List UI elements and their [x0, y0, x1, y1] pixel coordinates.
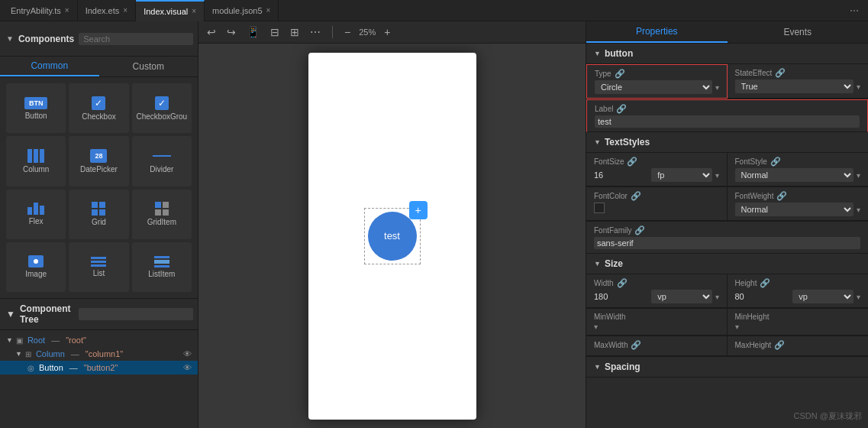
tree-item-button[interactable]: ◎ Button — "button2" 👁: [0, 361, 198, 374]
link-icon[interactable]: 🔗: [634, 225, 645, 235]
font-style-select[interactable]: Normal: [735, 168, 854, 182]
forward-icon[interactable]: ↪: [224, 24, 238, 40]
min-height-label: MinHeight: [735, 313, 770, 321]
width-label: Width: [594, 279, 614, 287]
close-icon[interactable]: ×: [266, 6, 271, 15]
tab-entry-ability[interactable]: EntryAbility.ts ×: [3, 0, 78, 21]
tab-custom[interactable]: Custom: [99, 57, 198, 76]
close-icon[interactable]: ×: [65, 6, 69, 15]
close-icon[interactable]: ×: [123, 6, 127, 15]
component-label: Checkbox: [82, 112, 115, 121]
tree-collapse-icon[interactable]: ▼: [6, 309, 15, 319]
component-grid[interactable]: Grid: [69, 190, 128, 239]
collapse-icon[interactable]: ▼: [594, 363, 601, 371]
zoom-in-icon[interactable]: +: [382, 24, 392, 40]
listitem-icon: [154, 256, 169, 268]
devices-icon[interactable]: 📱: [244, 24, 262, 40]
more-icon[interactable]: ⋯: [308, 24, 323, 40]
expand-icon: ▼: [15, 350, 22, 358]
tree-value: "button2": [84, 363, 118, 372]
link-icon[interactable]: 🔗: [774, 340, 785, 350]
component-flex[interactable]: Flex: [6, 190, 66, 239]
zoom-level: 25%: [359, 28, 376, 37]
tree-search-input[interactable]: [79, 308, 193, 320]
add-component-button[interactable]: +: [409, 201, 428, 219]
font-weight-select[interactable]: Normal: [735, 203, 854, 216]
visibility-icon[interactable]: 👁: [183, 349, 192, 358]
layout-icon[interactable]: ⊟: [268, 24, 282, 40]
link-icon[interactable]: 🔗: [760, 278, 770, 288]
back-icon[interactable]: ↩: [205, 24, 218, 40]
height-input[interactable]: [735, 292, 790, 301]
font-style-label: FontStyle: [735, 157, 767, 166]
link-icon[interactable]: 🔗: [776, 191, 787, 201]
component-griditem[interactable]: GridItem: [132, 190, 192, 239]
collapse-icon[interactable]: ▼: [594, 260, 601, 268]
zoom-out-icon[interactable]: −: [342, 24, 353, 40]
button-section-header: ▼ button: [586, 44, 868, 64]
width-unit-select[interactable]: vp: [651, 290, 712, 303]
section-title: button: [605, 48, 633, 59]
tree-items: ▼ ▣ Root — "root" ▼ ⊞ Column — "column1"…: [0, 330, 198, 378]
circle-button[interactable]: test: [368, 212, 417, 261]
button-component-wrapper[interactable]: + test: [364, 208, 421, 264]
visibility-icon[interactable]: 👁: [183, 363, 192, 372]
component-checkboxgroup[interactable]: ✓ CheckboxGrou: [132, 83, 192, 133]
tab-index-visual[interactable]: Index.visual ×: [136, 0, 205, 21]
label-input[interactable]: [595, 115, 860, 128]
font-size-unit-select[interactable]: fp: [651, 168, 712, 182]
component-list[interactable]: List: [69, 242, 128, 292]
tree-label: Root: [27, 336, 45, 345]
more-tabs-button[interactable]: ⋯: [844, 5, 865, 16]
component-column[interactable]: Column: [6, 136, 66, 186]
link-icon[interactable]: 🔗: [770, 157, 781, 167]
tree-item-column[interactable]: ▼ ⊞ Column — "column1" 👁: [0, 347, 198, 361]
tree-header: ▼ Component Tree: [0, 299, 198, 330]
link-icon[interactable]: 🔗: [775, 68, 786, 78]
tab-common[interactable]: Common: [0, 57, 99, 76]
tab-module-json[interactable]: module.json5 ×: [205, 0, 279, 21]
state-effect-select[interactable]: True: [735, 79, 854, 93]
components-search-input[interactable]: [79, 33, 193, 45]
tab-properties[interactable]: Properties: [586, 21, 728, 43]
component-divider[interactable]: Divider: [132, 136, 192, 186]
link-icon[interactable]: 🔗: [631, 340, 641, 350]
collapse-icon[interactable]: ▼: [594, 138, 601, 146]
type-select[interactable]: Circle: [595, 80, 712, 94]
color-swatch[interactable]: [594, 203, 605, 213]
component-image[interactable]: Image: [6, 242, 66, 292]
tab-events[interactable]: Events: [728, 21, 869, 43]
chevron-icon: ▾: [857, 206, 860, 214]
component-checkbox[interactable]: ✓ Checkbox: [69, 83, 128, 133]
grid-icon[interactable]: ⊞: [288, 24, 302, 40]
width-input[interactable]: [594, 292, 648, 301]
component-listitem[interactable]: ListItem: [132, 242, 192, 292]
height-unit-select[interactable]: vp: [792, 290, 853, 303]
canvas-area[interactable]: + test: [198, 44, 586, 428]
link-icon[interactable]: 🔗: [617, 278, 628, 288]
font-size-input[interactable]: [594, 170, 648, 180]
link-icon[interactable]: 🔗: [627, 157, 637, 167]
min-width-cell: MinWidth ▾: [586, 309, 728, 336]
component-datepicker[interactable]: 28 DatePicker: [69, 136, 128, 186]
tree-item-root[interactable]: ▼ ▣ Root — "root": [0, 333, 198, 347]
link-icon[interactable]: 🔗: [616, 104, 627, 114]
link-icon[interactable]: 🔗: [631, 191, 641, 201]
size-row-2: MinWidth ▾ MinHeight ▾: [586, 309, 868, 336]
chevron-icon: ▾: [594, 323, 598, 331]
tab-label: Index.visual: [144, 7, 188, 16]
tree-label: Column: [36, 349, 65, 358]
link-icon[interactable]: 🔗: [615, 69, 625, 79]
label-cell: Label 🔗: [586, 99, 868, 132]
tab-index-ets[interactable]: Index.ets ×: [78, 0, 136, 21]
component-button[interactable]: BTN Button: [6, 83, 66, 133]
collapse-icon[interactable]: ▼: [594, 50, 601, 57]
collapse-arrow-icon[interactable]: ▼: [6, 34, 14, 43]
right-panel: Properties Events ▼ button Type 🔗 Circle…: [586, 21, 868, 428]
component-label: CheckboxGrou: [136, 112, 187, 121]
checkbox-icon: ✓: [92, 96, 105, 110]
close-icon[interactable]: ×: [192, 7, 196, 15]
font-family-input[interactable]: [594, 237, 860, 249]
flex-icon: [27, 203, 44, 215]
max-height-label: MaxHeight: [735, 341, 772, 349]
